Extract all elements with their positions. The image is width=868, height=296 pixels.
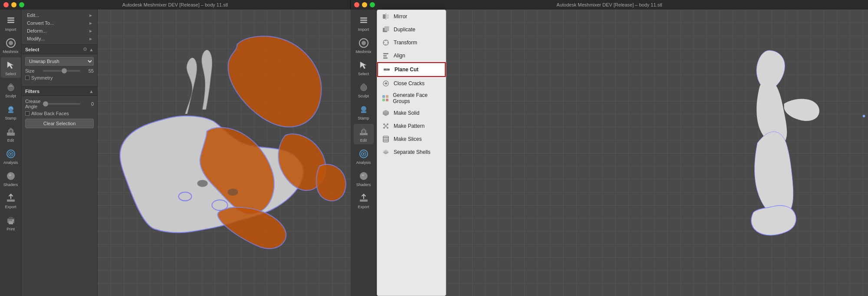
maximize-button-right[interactable]	[370, 2, 375, 7]
svg-rect-16	[9, 221, 13, 224]
sidebar-item-export-right[interactable]: Export	[354, 190, 374, 211]
menu-item-convert[interactable]: Convert To... ▶	[22, 19, 97, 27]
menu-item-separate-shells[interactable]: Separate Shells	[377, 146, 446, 159]
menu-item-make-pattern[interactable]: Make Pattern	[377, 120, 446, 133]
select-label-right: Select	[358, 72, 369, 76]
sidebar-item-import-right[interactable]: Import	[354, 13, 374, 33]
svg-rect-1	[7, 20, 14, 21]
crease-angle-slider[interactable]	[43, 103, 80, 105]
menu-item-align[interactable]: Align	[377, 49, 446, 62]
left-window: Import Meshmix Select	[0, 10, 351, 296]
analysis-icon	[5, 148, 17, 160]
menu-item-transform[interactable]: Transform	[377, 36, 446, 49]
stamp-label-right: Stamp	[358, 116, 369, 120]
menu-item-deform[interactable]: Deform... ▶	[22, 27, 97, 35]
arrow-icon: ▶	[89, 37, 92, 41]
svg-rect-6	[8, 111, 13, 113]
svg-rect-36	[383, 14, 385, 19]
sidebar-item-edit[interactable]: Edit	[1, 124, 21, 144]
import-icon-right	[358, 15, 370, 27]
edit-label: Edit	[7, 138, 14, 143]
svg-point-52	[383, 123, 385, 125]
brush-type-dropdown[interactable]: Unwrap Brush	[25, 57, 94, 66]
right-sidebar: Import Meshmix Select	[351, 10, 377, 296]
svg-rect-29	[360, 133, 368, 135]
menu-item-duplicate[interactable]: Duplicate	[377, 23, 446, 36]
right-window-title-bar: Autodesk Meshmixer DEV [Release] – body …	[351, 0, 868, 10]
meshmix-icon	[5, 37, 17, 49]
sidebar-item-sculpt[interactable]: Sculpt	[1, 80, 21, 100]
symmetry-label: Symmetry	[31, 75, 53, 80]
shaders-label-right: Shaders	[356, 183, 371, 187]
svg-rect-40	[385, 27, 389, 31]
svg-point-12	[9, 174, 11, 176]
select-section-title: Select	[25, 47, 39, 52]
sidebar-item-shaders-right[interactable]: Shaders	[354, 168, 374, 189]
sidebar-item-analysis-right[interactable]: Analysis	[354, 146, 374, 166]
sidebar-item-print[interactable]: Print	[1, 213, 21, 233]
generate-face-groups-icon	[381, 94, 389, 103]
sidebar-item-stamp-right[interactable]: Stamp	[354, 102, 374, 122]
transform-icon	[381, 38, 390, 47]
clear-selection-button[interactable]: Clear Selection	[25, 119, 94, 128]
svg-rect-7	[7, 133, 15, 136]
svg-rect-37	[386, 14, 389, 19]
collapse-filters-icon[interactable]: ▲	[89, 89, 94, 94]
svg-rect-51	[386, 99, 388, 101]
sidebar-item-meshmix[interactable]: Meshmix	[1, 35, 21, 56]
mirror-icon	[381, 12, 390, 21]
menu-item-make-slices[interactable]: Make Slices	[377, 133, 446, 146]
sidebar-item-meshmix-right[interactable]: Meshmix	[354, 35, 374, 56]
size-row: Size 55	[25, 68, 94, 73]
sidebar-item-import[interactable]: Import	[1, 13, 21, 33]
menu-item-make-solid[interactable]: Make Solid	[377, 106, 446, 120]
sidebar-item-stamp[interactable]: Stamp	[1, 102, 21, 122]
minimize-button-left[interactable]	[11, 2, 16, 7]
close-cracks-icon	[381, 79, 390, 88]
settings-icon[interactable]: ⚙	[83, 47, 87, 52]
menu-item-plane-cut[interactable]: Plane Cut	[377, 62, 446, 77]
maximize-button-left[interactable]	[19, 2, 24, 7]
close-button-left[interactable]	[3, 2, 9, 7]
meshmix-label-right: Meshmix	[355, 50, 371, 54]
svg-rect-15	[9, 217, 13, 219]
sidebar-item-select[interactable]: Select	[1, 57, 21, 78]
sidebar-item-export[interactable]: Export	[1, 190, 21, 211]
brush-type-row: Unwrap Brush	[25, 57, 94, 66]
collapse-icon[interactable]: ▲	[89, 47, 94, 52]
svg-rect-42	[383, 53, 388, 54]
make-pattern-icon	[381, 122, 390, 130]
filters-tool-content: Crease Angle 0 Allow Back Faces Clear Se…	[22, 96, 97, 131]
meshmix-label: Meshmix	[3, 50, 18, 54]
left-viewport[interactable]	[98, 10, 351, 296]
right-viewport[interactable]	[446, 10, 868, 296]
svg-rect-2	[7, 22, 14, 23]
symmetry-checkbox[interactable]	[25, 76, 30, 80]
menu-item-generate-face-groups[interactable]: Generate Face Groups	[377, 90, 446, 106]
menu-item-edit[interactable]: Edit... ▶	[22, 11, 97, 19]
size-slider[interactable]	[43, 70, 80, 72]
sidebar-item-sculpt-right[interactable]: Sculpt	[354, 80, 374, 100]
minimize-button-right[interactable]	[362, 2, 367, 7]
close-button-right[interactable]	[354, 2, 359, 7]
right-content-area: Mirror Duplicate	[377, 10, 868, 296]
filters-section-header: Filters ▲	[22, 86, 97, 96]
stamp-icon	[5, 103, 17, 116]
sidebar-item-edit-right[interactable]: Edit	[354, 124, 374, 144]
svg-point-33	[360, 172, 368, 180]
import-label-right: Import	[358, 27, 369, 32]
menu-item-modify[interactable]: Modify... ▶	[22, 35, 97, 43]
shaders-label: Shaders	[3, 183, 18, 187]
menu-item-close-cracks[interactable]: Close Cracks	[377, 77, 446, 90]
sidebar-item-shaders[interactable]: Shaders	[1, 168, 21, 189]
arrow-icon: ▶	[89, 21, 92, 25]
print-label: Print	[7, 227, 15, 231]
svg-rect-0	[7, 17, 14, 19]
menu-item-mirror[interactable]: Mirror	[377, 10, 446, 23]
allow-back-faces-checkbox[interactable]	[25, 111, 30, 116]
filters-section-icons: ▲	[89, 89, 94, 94]
align-icon	[381, 51, 390, 60]
export-label-right: Export	[358, 205, 369, 209]
sidebar-item-select-right[interactable]: Select	[354, 57, 374, 78]
sidebar-item-analysis[interactable]: Analysis	[1, 146, 21, 166]
